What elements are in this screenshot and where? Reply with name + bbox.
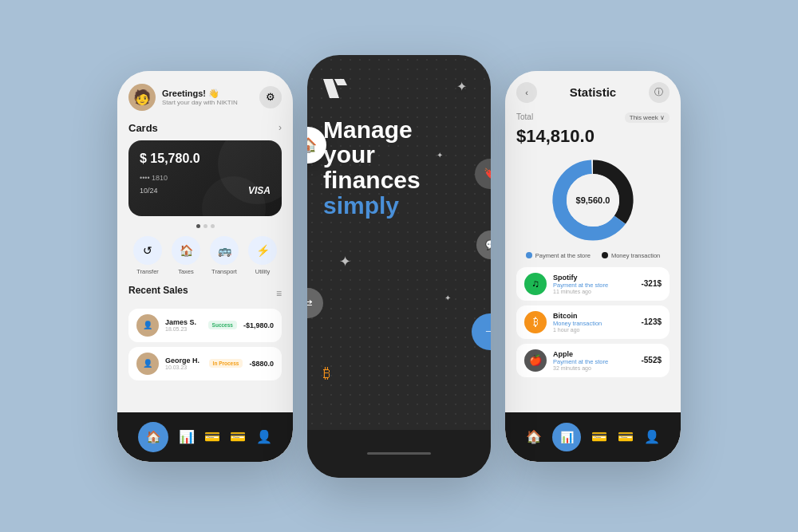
phone-center: ✦ ✦ ✦ ✦ ✦ Manage your finances simply 🏠 bbox=[307, 55, 491, 478]
nav-transfer[interactable]: ↺ Transfer bbox=[133, 236, 162, 275]
tx-apple[interactable]: 🍎 Apple Payment at the store 32 minutes … bbox=[516, 344, 670, 377]
quick-nav: ↺ Transfer 🏠 Taxes 🚌 Transport ⚡ Utility bbox=[128, 236, 282, 275]
headline-line1: Manage bbox=[323, 117, 475, 143]
bank-card[interactable]: $ 15,780.0 •••• 1810 10/24 VISA bbox=[128, 140, 282, 216]
cards-arrow[interactable]: › bbox=[279, 122, 282, 133]
card-amount: $ 15,780.0 bbox=[140, 152, 271, 166]
float-chat-button[interactable]: 💬 bbox=[476, 231, 491, 259]
gear-button[interactable]: ⚙ bbox=[259, 86, 282, 108]
legend-money: Money transaction bbox=[602, 252, 660, 259]
recent-sales-header: Recent Sales ≡ bbox=[128, 285, 282, 302]
card-number: •••• 1810 bbox=[140, 174, 271, 182]
tx-name-apple: Apple bbox=[553, 350, 634, 358]
filter-icon[interactable]: ≡ bbox=[276, 288, 282, 299]
legend-label-store: Payment at the store bbox=[535, 252, 591, 259]
total-row: Total This week ∨ bbox=[516, 112, 670, 123]
card-expiry: 10/24 bbox=[140, 187, 158, 195]
cards-section-header: Cards › bbox=[128, 122, 282, 134]
nav-profile-right[interactable]: 👤 bbox=[644, 429, 660, 444]
legend-store: Payment at the store bbox=[526, 252, 591, 259]
header-row: 🧑 Greetings! 👋 Start your day with NIKTI… bbox=[128, 84, 282, 111]
transport-label: Transport bbox=[211, 268, 237, 275]
taxes-icon-circle: 🏠 bbox=[172, 236, 200, 265]
week-badge[interactable]: This week ∨ bbox=[625, 112, 670, 123]
tx-info-spotify: Spotify Payment at the store 11 minutes … bbox=[553, 274, 634, 294]
float-bitcoin-button[interactable]: ₿ bbox=[323, 365, 330, 382]
nav-home-active[interactable]: 🏠 bbox=[138, 422, 168, 452]
nav-card-right[interactable]: 💳 bbox=[591, 429, 607, 444]
taxes-label: Taxes bbox=[178, 268, 194, 275]
center-headline: Manage your finances simply bbox=[323, 117, 475, 219]
sale-info-george: George H. 10.03.23 bbox=[165, 357, 203, 370]
sale-avatar-george: 👤 bbox=[136, 353, 159, 375]
nav-profile-left[interactable]: 👤 bbox=[256, 429, 272, 444]
sale-badge-success: Success bbox=[208, 321, 237, 329]
tx-info-bitcoin: Bitcoin Money transaction 1 hour ago bbox=[553, 312, 634, 333]
nav-chart-left[interactable]: 📊 bbox=[179, 429, 195, 444]
spotify-icon: ♫ bbox=[524, 273, 547, 295]
donut-center-value: $9,560.0 bbox=[576, 195, 610, 205]
sale-name-george: George H. bbox=[165, 357, 203, 365]
chart-area: $9,560.0 bbox=[516, 156, 670, 244]
sale-name-james: James S. bbox=[165, 318, 202, 326]
greeting-text: Greetings! 👋 Start your day with NIKTIN bbox=[162, 89, 238, 106]
float-arrow-button[interactable]: → bbox=[472, 313, 491, 350]
stat-info-button[interactable]: ⓘ bbox=[649, 82, 670, 103]
utility-icon-circle: ⚡ bbox=[248, 236, 277, 265]
tx-bitcoin[interactable]: ₿ Bitcoin Money transaction 1 hour ago -… bbox=[516, 305, 670, 339]
tx-time-bitcoin: 1 hour ago bbox=[553, 327, 634, 333]
halftone-bg bbox=[307, 55, 491, 430]
tx-time-apple: 32 minutes ago bbox=[553, 365, 634, 371]
tx-name-spotify: Spotify bbox=[553, 274, 634, 282]
float-bookmark-button[interactable]: 🔖 bbox=[475, 159, 491, 189]
card-bottom: 10/24 VISA bbox=[140, 185, 271, 196]
recent-sales-title: Recent Sales bbox=[128, 285, 188, 296]
headline-line2: your bbox=[323, 142, 475, 167]
nav-wallet-left[interactable]: 💳 bbox=[230, 429, 246, 444]
tx-amount-apple: -552$ bbox=[641, 356, 662, 365]
sparkle-4: ✦ bbox=[444, 294, 451, 302]
greeting-subtitle: Start your day with NIKTIN bbox=[162, 99, 238, 106]
headline-line3: finances bbox=[323, 167, 475, 193]
sale-amount-james: -$1,980.0 bbox=[243, 321, 274, 329]
utility-label: Utility bbox=[255, 268, 270, 275]
chart-legend: Payment at the store Money transaction bbox=[516, 252, 670, 259]
stat-header: ‹ Statistic ⓘ bbox=[516, 82, 670, 103]
nav-utility[interactable]: ⚡ Utility bbox=[248, 236, 277, 275]
center-logo bbox=[323, 79, 475, 101]
tx-spotify[interactable]: ♫ Spotify Payment at the store 11 minute… bbox=[516, 267, 670, 301]
total-amount: $14,810.0 bbox=[516, 126, 670, 147]
nav-transport[interactable]: 🚌 Transport bbox=[210, 236, 239, 275]
stat-title: Statistic bbox=[570, 85, 616, 99]
tx-info-apple: Apple Payment at the store 32 minutes ag… bbox=[553, 350, 634, 371]
tx-amount-spotify: -321$ bbox=[641, 279, 662, 288]
card-dot-3 bbox=[211, 224, 215, 228]
transfer-icon-circle: ↺ bbox=[133, 236, 162, 265]
legend-dot-money bbox=[602, 252, 608, 258]
stat-back-button[interactable]: ‹ bbox=[516, 82, 537, 103]
nav-taxes[interactable]: 🏠 Taxes bbox=[172, 236, 200, 275]
sale-amount-george: -$880.0 bbox=[249, 360, 274, 368]
sale-badge-process: In Process bbox=[209, 359, 243, 368]
bitcoin-icon: ₿ bbox=[524, 311, 547, 333]
tx-category-apple: Payment at the store bbox=[553, 358, 634, 365]
nav-chart-right-active[interactable]: 📊 bbox=[552, 423, 581, 451]
sale-item-james[interactable]: 👤 James S. 18.05.23 Success -$1,980.0 bbox=[128, 309, 282, 342]
avatar-area: 🧑 Greetings! 👋 Start your day with NIKTI… bbox=[128, 84, 238, 111]
tx-amount-bitcoin: -123$ bbox=[641, 317, 662, 326]
nav-wallet-right[interactable]: 💳 bbox=[618, 429, 634, 444]
tx-category-bitcoin: Money transaction bbox=[553, 320, 634, 327]
cards-title: Cards bbox=[128, 122, 158, 134]
tx-name-bitcoin: Bitcoin bbox=[553, 312, 634, 320]
center-bottom-line bbox=[367, 452, 431, 455]
sale-item-george[interactable]: 👤 George H. 10.03.23 In Process -$880.0 bbox=[128, 347, 282, 380]
phone-left: 🧑 Greetings! 👋 Start your day with NIKTI… bbox=[117, 71, 293, 462]
float-transfer-button[interactable]: ⇄ bbox=[307, 288, 323, 318]
phones-container: 🧑 Greetings! 👋 Start your day with NIKTI… bbox=[117, 55, 681, 478]
nav-home-right[interactable]: 🏠 bbox=[526, 429, 542, 444]
transport-icon-circle: 🚌 bbox=[210, 236, 239, 265]
card-dot-2 bbox=[203, 224, 207, 228]
nav-card-left[interactable]: 💳 bbox=[204, 429, 220, 444]
sparkle-3: ✦ bbox=[339, 253, 351, 270]
avatar: 🧑 bbox=[128, 84, 156, 111]
